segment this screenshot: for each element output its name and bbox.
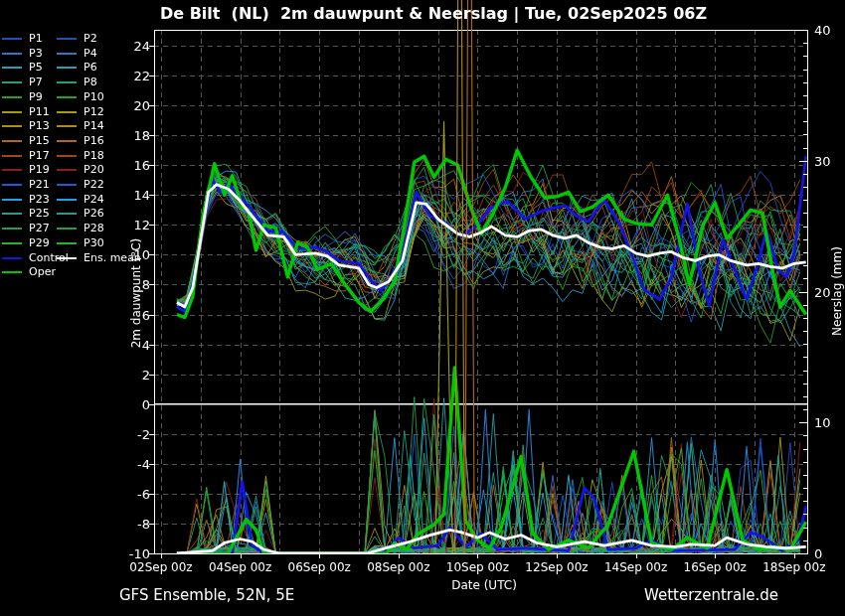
y-left-tick-label: -2 (108, 426, 150, 441)
y-left-tick-label: 24 (108, 39, 150, 54)
legend-line-sample (2, 96, 22, 98)
legend-line-sample (57, 111, 77, 113)
legend-line-sample (57, 140, 77, 142)
x-tick-label: 12Sep 00z (525, 560, 588, 574)
legend-label: P2 (84, 32, 97, 46)
y-left-tick-label: -10 (108, 545, 150, 560)
y-right-tick-label: 40 (814, 23, 831, 38)
legend-line-sample (2, 38, 22, 40)
legend-line-sample (2, 53, 22, 55)
legend-label: P12 (84, 105, 104, 119)
legend-label: P6 (84, 61, 97, 75)
y-right-tick-label: 20 (814, 284, 831, 299)
legend-label: Oper (29, 265, 56, 279)
legend-label: P1 (29, 32, 43, 46)
x-tick-label: 16Sep 00z (684, 560, 747, 574)
legend-label: P7 (29, 76, 43, 89)
legend-label: P20 (84, 163, 104, 177)
y-left-tick-label: 22 (108, 69, 150, 83)
legend-label: P23 (29, 193, 50, 207)
legend-label: P5 (29, 61, 43, 75)
legend-line-sample (2, 169, 22, 171)
y-left-tick-label: 16 (108, 158, 150, 173)
x-tick-label: 18Sep 00z (762, 560, 825, 574)
legend-line-sample (57, 96, 77, 98)
y-left-tick-label: 18 (108, 128, 150, 143)
y-right-tick-label: 0 (814, 546, 822, 561)
legend-label: P16 (84, 134, 104, 148)
legend-label: P4 (84, 47, 97, 61)
legend-line-sample (2, 125, 22, 127)
legend-line-sample (2, 213, 22, 215)
legend-line-sample (57, 228, 77, 230)
x-tick-label: 06Sep 00z (288, 560, 351, 574)
legend-label: P22 (84, 178, 104, 192)
x-axis-title: Date (UTC) (451, 578, 517, 592)
legend-label: P10 (84, 90, 104, 104)
ensemble-forecast-figure: De Bilt (NL) 2m dauwpunt & Neerslag | Tu… (0, 0, 845, 616)
legend-label: P19 (29, 163, 50, 177)
legend-line-sample (57, 67, 77, 69)
legend-label: P17 (29, 149, 50, 163)
legend-line-sample (57, 53, 77, 55)
legend-line-sample (2, 81, 22, 83)
legend-label: P26 (84, 207, 104, 221)
x-tick-label: 10Sep 00z (446, 560, 509, 574)
y-axis-right-title: Neerslag (mm) (830, 246, 844, 336)
legend-line-sample (57, 81, 77, 83)
x-tick-label: 08Sep 00z (367, 560, 429, 574)
legend-label: P24 (84, 193, 104, 207)
y-left-tick-label: 12 (108, 218, 150, 232)
legend-line-sample (2, 257, 22, 259)
legend-line-sample (57, 213, 77, 215)
legend-line-sample (57, 199, 77, 201)
legend-line-sample (2, 242, 22, 244)
y-left-tick-label: -6 (108, 486, 150, 501)
y-left-tick-label: 20 (108, 98, 150, 113)
legend-line-sample (57, 155, 77, 157)
legend-label: P21 (29, 178, 50, 192)
legend-line-sample (2, 140, 22, 142)
legend-label: P14 (84, 119, 104, 133)
y-right-tick-label: 10 (814, 415, 831, 430)
y-axis-left-title: 2m dauwpunt (°C) (129, 238, 143, 349)
legend-label: P28 (84, 222, 104, 235)
legend-label: P11 (29, 105, 50, 119)
legend-line-sample (57, 169, 77, 171)
legend-label: P9 (29, 90, 43, 104)
legend-label: P18 (84, 149, 104, 163)
legend-line-sample (2, 199, 22, 201)
legend-label: P29 (29, 236, 50, 250)
y-left-tick-label: -8 (108, 516, 150, 531)
y-right-tick-label: 30 (814, 153, 831, 168)
x-tick-label: 04Sep 00z (209, 560, 271, 574)
legend-label: P30 (84, 236, 104, 250)
chart-title: De Bilt (NL) 2m dauwpunt & Neerslag | Tu… (160, 4, 707, 23)
legend-line-sample (2, 184, 22, 186)
y-left-tick-label: 2 (108, 367, 150, 382)
legend-line-sample (2, 155, 22, 157)
legend-line-sample (57, 184, 77, 186)
legend-label: P15 (29, 134, 50, 148)
y-left-tick-label: 14 (108, 188, 150, 203)
legend-line-sample (57, 38, 77, 40)
y-left-tick-label: 0 (108, 396, 150, 411)
legend-line-sample (2, 271, 22, 273)
x-tick-label: 02Sep 00z (129, 560, 192, 574)
footer-site-name: Wetterzentrale.de (644, 586, 778, 604)
legend-label: P3 (29, 47, 43, 61)
footer-model-info: GFS Ensemble, 52N, 5E (119, 586, 294, 604)
legend-line-sample (2, 111, 22, 113)
legend-label: P25 (29, 207, 50, 221)
legend-label: P27 (29, 222, 50, 235)
legend-label: P13 (29, 119, 50, 133)
y-left-tick-label: -4 (108, 456, 150, 471)
legend-line-sample (2, 67, 22, 69)
legend-line-sample (57, 125, 77, 127)
x-tick-label: 14Sep 00z (604, 560, 667, 574)
legend-line-sample (57, 257, 77, 259)
legend-line-sample (2, 228, 22, 230)
legend-line-sample (57, 242, 77, 244)
legend-label: P8 (84, 76, 97, 89)
